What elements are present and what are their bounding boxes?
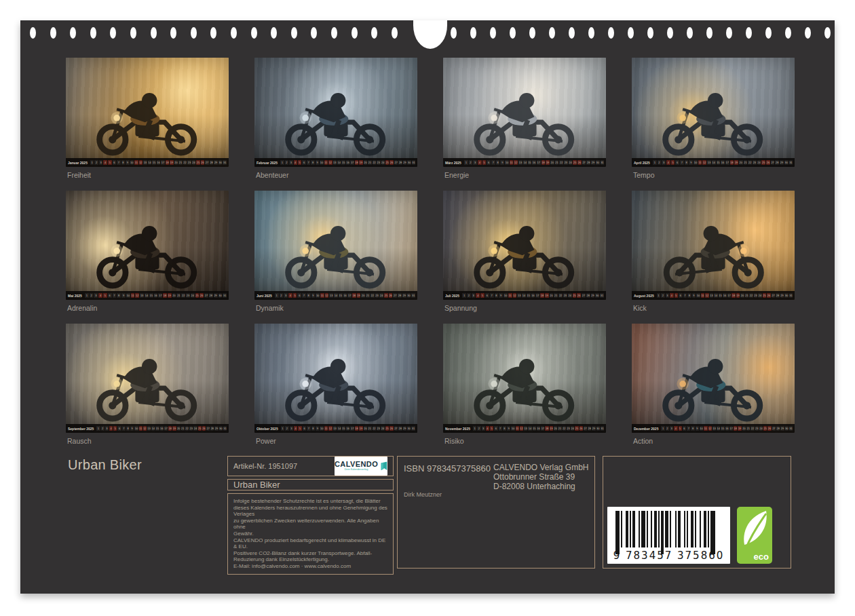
mini-calendar-day: 24 (379, 293, 383, 298)
mini-calendar-day: 13 (707, 160, 711, 165)
thumbnail-photo: November 2025 12345678910111213141516171… (443, 324, 606, 433)
mini-calendar-day: 8 (691, 426, 694, 431)
mini-calendar-day: 2 (280, 293, 284, 298)
mini-calendar-day: 9 (507, 426, 510, 431)
eco-label: eco (754, 552, 769, 562)
binding-hole (549, 27, 555, 39)
mini-calendar-day: 10 (504, 293, 508, 298)
legal-text-line: CALVENDO produziert bedarfsgerecht und k… (233, 537, 387, 550)
binding-hole (490, 27, 496, 39)
mini-calendar-day: 24 (381, 160, 385, 165)
mini-calendar-day: 8 (495, 293, 499, 298)
mini-calendar-day: 10 (505, 160, 509, 165)
calendar-title: Urban Biker (68, 457, 142, 473)
mini-calendar-day: 5 (113, 426, 117, 431)
thumbnail-photo: März 2025 123456789101112131415161718192… (443, 58, 606, 167)
mini-calendar-day: 27 (584, 426, 587, 431)
binding-hole (765, 27, 772, 39)
legal-text-line: Reduzierung dank Einzelstückfertigung. (233, 556, 387, 563)
mini-calendar-day: 11 (704, 426, 707, 431)
binding-hole (746, 27, 752, 39)
calendar-thumbnail: Juni 2025 123456789101112131415161718192… (254, 191, 417, 324)
mini-calendar-day: 30 (595, 293, 599, 298)
mini-calendar-day: 8 (307, 293, 311, 298)
mini-calendar-day: 10 (134, 426, 138, 431)
mini-calendar-day: 13 (147, 426, 151, 431)
mini-calendar-month: Mai 2025 (68, 294, 82, 298)
mini-calendar-day: 25 (385, 160, 389, 165)
mini-calendar-day: 29 (592, 426, 595, 431)
thumbnail-title: Rausch (66, 437, 229, 445)
mini-calendar-day: 31 (411, 293, 415, 298)
mini-calendar-day: 26 (580, 426, 583, 431)
calendar-thumbnail: April 2025 12345678910111213141516171819… (632, 58, 795, 191)
mini-calendar-day: 26 (202, 426, 206, 431)
mini-calendar-day: 26 (389, 293, 393, 298)
mini-calendar-day: 4 (294, 426, 297, 431)
thumbnail-photo: Juni 2025 123456789101112131415161718192… (254, 191, 417, 300)
mini-calendar-day: 12 (702, 160, 706, 165)
mini-calendar-day: 21 (368, 426, 371, 431)
mini-calendar-day: 16 (343, 293, 347, 298)
mini-calendar-day: 12 (328, 160, 332, 165)
mini-calendar-day: 3 (666, 293, 670, 298)
binding-hole (569, 27, 575, 39)
mini-calendar-day: 4 (674, 426, 677, 431)
mini-calendar-day: 1 (280, 160, 284, 165)
mini-calendar-day: 17 (350, 160, 354, 165)
mini-calendar-day: 2 (285, 160, 288, 165)
mini-calendar-day: 28 (588, 426, 591, 431)
mini-calendar-day: 2 (90, 293, 94, 298)
mini-calendar-day: 7 (307, 160, 310, 165)
mini-calendar-day: 3 (99, 160, 103, 165)
mini-calendar-day: 16 (531, 293, 535, 298)
publisher-address: CALVENDO Verlag GmbHOttobrunner Straße 3… (493, 463, 589, 491)
mini-calendar-day: 9 (316, 160, 319, 165)
mini-calendar-day: 16 (725, 426, 729, 431)
mini-calendar-day: 27 (772, 426, 776, 431)
mini-calendar-day: 23 (186, 293, 190, 298)
mini-calendar-day: 14 (528, 426, 531, 431)
mini-calendar-day: 18 (734, 426, 737, 431)
mini-calendar-day: 25 (198, 426, 202, 431)
mini-calendar-day: 22 (558, 293, 563, 298)
mini-calendar-day: 26 (767, 293, 771, 298)
mini-calendar-day: 6 (679, 293, 683, 298)
mini-calendar-day: 6 (113, 160, 117, 165)
mini-calendar-day: 21 (746, 426, 750, 431)
binding-hole (647, 27, 653, 39)
mini-calendar-day: 19 (172, 426, 176, 431)
motorcycle-rider-silhouette (82, 218, 212, 294)
mini-calendar-day: 15 (339, 293, 343, 298)
mini-calendar-day: 20 (554, 426, 557, 431)
mini-calendar-day: 29 (214, 293, 218, 298)
mini-calendar-day: 18 (352, 293, 356, 298)
binding-hole (706, 27, 712, 39)
mini-calendar-day: 28 (586, 160, 590, 165)
calendar-back-card: Januar 2025 1234567891011121314151617181… (20, 20, 835, 594)
mini-calendar-day: 13 (333, 160, 337, 165)
mini-calendar-day: 17 (729, 426, 733, 431)
mini-calendar-days: 1234567891011121314151617181920212223242… (275, 293, 415, 298)
mini-calendar-day: 17 (158, 293, 162, 298)
mini-calendar-days: 1234567891011121314151617181920212223242… (281, 426, 415, 431)
mini-calendar-day: 7 (499, 426, 502, 431)
mini-calendar-day: 19 (738, 426, 741, 431)
binding-hole (130, 27, 136, 39)
binding-hole (70, 27, 76, 39)
hanging-hole-notch (413, 20, 447, 49)
mini-calendar-day: 24 (381, 426, 384, 431)
motorcycle-rider-silhouette (271, 218, 401, 294)
motorcycle-rider-silhouette (271, 351, 401, 427)
mini-calendar-day: 18 (542, 160, 546, 165)
thumbnail-photo: September 2025 1234567891011121314151617… (66, 324, 229, 433)
mini-calendar-day: 15 (719, 293, 723, 298)
mini-calendar-day: 18 (545, 426, 548, 431)
mini-calendar-day: 23 (563, 293, 567, 298)
binding-hole (90, 27, 96, 39)
binding-hole (687, 27, 693, 39)
binding-hole (251, 27, 257, 39)
mini-calendar-day: 7 (680, 160, 684, 165)
binding-hole (231, 27, 237, 39)
mini-calendar-day: 22 (563, 426, 566, 431)
